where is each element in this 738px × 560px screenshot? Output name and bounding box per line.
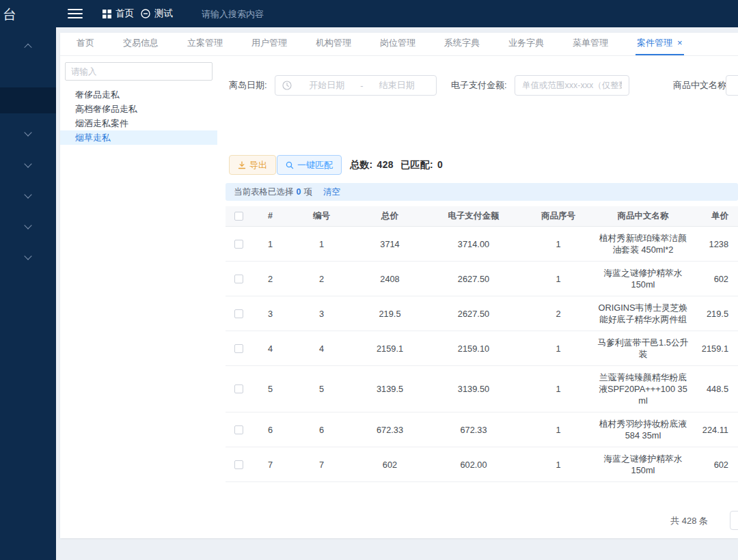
- cell-epay: 2627.50: [426, 273, 521, 285]
- tab-立案管理[interactable]: 立案管理: [186, 31, 224, 55]
- search-icon: [286, 161, 294, 169]
- tab-首页[interactable]: 首页: [75, 31, 96, 55]
- tab-label: 案件管理: [637, 37, 672, 49]
- cell-index: 8: [251, 494, 289, 494]
- checkbox-cell: [226, 275, 251, 283]
- nav-test-label: 测试: [154, 8, 173, 20]
- match-counts: 总数:428 已匹配:0: [350, 155, 447, 175]
- category-item[interactable]: 高档奢侈品走私: [60, 102, 217, 116]
- nav-item-home[interactable]: 首页: [102, 0, 134, 27]
- chevron-down-icon: [24, 252, 31, 260]
- cell-name: 植村秀新琥珀臻萃洁颜油套装 450ml*2: [595, 227, 691, 261]
- column-header: 总价: [354, 210, 426, 222]
- tab-机构管理[interactable]: 机构管理: [314, 31, 353, 55]
- epay-filter-input[interactable]: [515, 75, 629, 96]
- chevron-down-icon: [24, 221, 31, 229]
- results-table: #编号总价电子支付金额商品序号商品中文名称单价 1137143714.001植村…: [226, 206, 738, 494]
- cell-index: 4: [251, 343, 289, 354]
- selection-info-bar: 当前表格已选择 0 项 清空: [226, 183, 738, 201]
- tab-交易信息[interactable]: 交易信息: [122, 31, 160, 55]
- category-item[interactable]: 烟草走私: [60, 130, 217, 145]
- cell-epay: 1494.57: [426, 494, 521, 494]
- column-header: #: [251, 210, 289, 222]
- export-button[interactable]: 导出: [229, 155, 276, 175]
- cell-name: 海蓝之谜修护精萃水 150ml: [595, 447, 691, 481]
- category-list: 奢侈品走私高档奢侈品走私烟酒走私案件烟草走私: [60, 87, 217, 145]
- global-search-input[interactable]: [202, 9, 325, 19]
- cell-unit: 602: [691, 273, 738, 285]
- hamburger-menu-icon[interactable]: [68, 9, 83, 19]
- row-checkbox[interactable]: [234, 240, 243, 249]
- epay-filter-label: 电子支付金额:: [451, 75, 507, 96]
- date-filter-label: 离岛日期:: [229, 75, 267, 96]
- row-checkbox[interactable]: [234, 309, 243, 318]
- checkbox-cell: [226, 344, 251, 353]
- category-item[interactable]: 烟酒走私案件: [60, 116, 217, 130]
- category-search-input[interactable]: [65, 62, 213, 81]
- sidebar-group-3[interactable]: [0, 188, 56, 201]
- tab-label: 业务字典: [508, 37, 544, 49]
- category-panel: 奢侈品走私高档奢侈品走私烟酒走私案件烟草走私: [60, 56, 217, 145]
- cell-index: 5: [251, 383, 289, 395]
- row-checkbox[interactable]: [234, 460, 243, 469]
- cell-code: 8: [289, 494, 354, 494]
- nav-home-label: 首页: [115, 8, 134, 20]
- row-checkbox[interactable]: [234, 425, 243, 434]
- top-navbar: 台 首页 测试: [0, 0, 738, 27]
- selection-count: 0: [297, 187, 301, 197]
- close-icon[interactable]: ×: [677, 40, 683, 46]
- tab-案件管理[interactable]: 案件管理×: [636, 31, 684, 55]
- cell-index: 7: [251, 459, 289, 471]
- global-search[interactable]: [202, 0, 325, 27]
- tab-系统字典[interactable]: 系统字典: [443, 31, 481, 55]
- chevron-down-icon: [24, 191, 31, 198]
- row-checkbox[interactable]: [234, 275, 243, 283]
- tab-岗位管理[interactable]: 岗位管理: [379, 31, 417, 55]
- row-checkbox[interactable]: [234, 344, 243, 353]
- product-name-filter-label: 商品中文名称:: [673, 75, 729, 96]
- tab-菜单管理[interactable]: 菜单管理: [571, 31, 610, 55]
- tab-用户管理[interactable]: 用户管理: [250, 31, 288, 55]
- cell-unit: 224.11: [691, 424, 738, 436]
- column-header: 商品序号: [521, 210, 595, 222]
- table-row: 881494.571494.571卡诗菁纯亮泽经典香氛498.19: [226, 482, 738, 494]
- product-name-filter-input[interactable]: [726, 75, 738, 96]
- cell-total: 672.33: [354, 424, 426, 436]
- sidebar-collapse-up[interactable]: [0, 40, 56, 53]
- sidebar-group-1[interactable]: [0, 126, 56, 139]
- date-start-placeholder[interactable]: 开始日期: [295, 79, 359, 92]
- total-value: 428: [377, 159, 394, 170]
- cell-epay: 672.33: [426, 424, 521, 436]
- cell-code: 6: [289, 424, 354, 436]
- row-checkbox[interactable]: [234, 384, 243, 393]
- clear-selection-link[interactable]: 清空: [323, 186, 340, 198]
- cell-index: 3: [251, 308, 289, 320]
- total-label: 总数:: [350, 159, 373, 170]
- category-item[interactable]: 奢侈品走私: [60, 87, 217, 102]
- checkbox-cell: [226, 460, 251, 469]
- cell-name: 兰蔻菁纯臻颜精华粉底液SPF20PA+++100 35 ml: [595, 366, 691, 412]
- cell-code: 1: [289, 238, 354, 250]
- sidebar: [0, 27, 56, 560]
- column-header: 电子支付金额: [426, 210, 521, 222]
- cell-epay: 2159.10: [426, 343, 521, 354]
- date-end-placeholder[interactable]: 结束日期: [365, 79, 429, 92]
- cell-name: 卡诗菁纯亮泽经典香氛: [595, 488, 691, 494]
- export-button-label: 导出: [249, 159, 267, 171]
- clock-icon: [282, 81, 292, 90]
- cell-epay: 602.00: [426, 459, 521, 471]
- tab-业务字典[interactable]: 业务字典: [507, 31, 545, 55]
- date-separator: -: [359, 81, 364, 91]
- sidebar-group-4[interactable]: [0, 219, 56, 232]
- one-click-match-button[interactable]: 一键匹配: [277, 155, 342, 175]
- select-all-checkbox[interactable]: [234, 212, 243, 221]
- sidebar-group-5[interactable]: [0, 249, 56, 263]
- nav-item-test[interactable]: 测试: [141, 0, 173, 27]
- sidebar-active-item[interactable]: [0, 87, 56, 113]
- cell-seq: 1: [521, 459, 595, 471]
- date-range-picker[interactable]: 开始日期 - 结束日期: [275, 75, 437, 96]
- sidebar-group-2[interactable]: [0, 157, 56, 171]
- table-row: 33219.52627.502ORIGINS韦博士灵芝焕能好底子精华水两件组21…: [226, 296, 738, 331]
- cell-total: 219.5: [354, 308, 426, 320]
- page-size-select[interactable]: [730, 511, 738, 530]
